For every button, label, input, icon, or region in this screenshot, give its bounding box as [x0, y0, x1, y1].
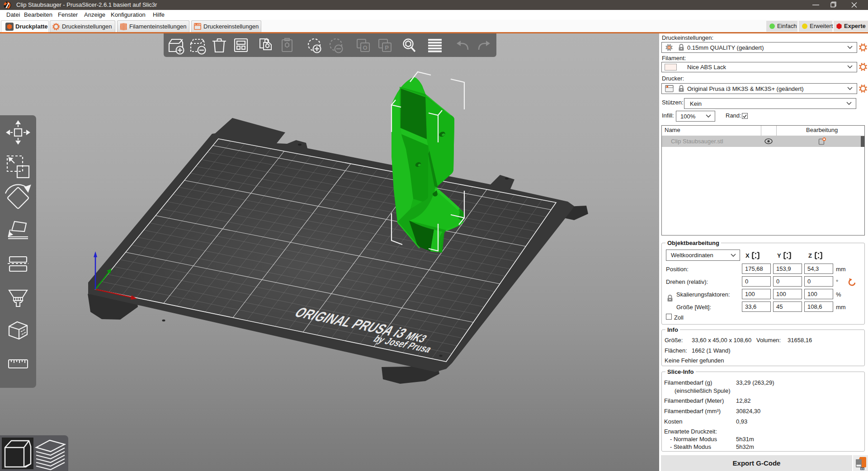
svg-text:P: P — [385, 44, 389, 51]
svg-text:O: O — [363, 44, 367, 51]
